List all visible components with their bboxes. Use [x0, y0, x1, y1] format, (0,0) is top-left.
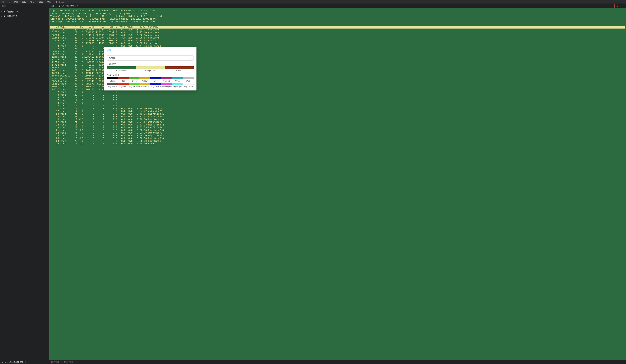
terminal-process-row: 19 root 20 0 0 0 0 S 0.0 0.0 2:32.03 kso… [50, 126, 625, 129]
terminal-process-row: 21 root 0 -20 0 0 0 S 0.0 0.0 0:00.00 kw… [50, 129, 625, 132]
color-swatch[interactable] [129, 83, 139, 85]
swatch-label: Yellow [139, 80, 150, 82]
tab-title: f2c-linux-ipv4... [62, 4, 76, 7]
ansi-normal-row [107, 77, 194, 79]
swatch-label: Foreground [136, 70, 165, 72]
color-swatch[interactable] [107, 83, 118, 85]
terminal-process-row: 26 root 0 -20 0 0 0 S 0.0 0.0 0:00.00 kw… [50, 137, 625, 140]
ansi-normal-labels: BlackRedGreenYellowBlueMagentaCyanWhite [107, 80, 194, 82]
theme-select-value: Grass [109, 57, 115, 59]
color-swatch[interactable] [172, 83, 183, 85]
swatch-label: Green [129, 80, 139, 82]
swatch-label: BrightYellow [139, 85, 150, 87]
swatch-label: Red [118, 80, 129, 82]
menu-item[interactable]: 帮助 [45, 0, 54, 3]
swatch-label: BrightGreen [128, 85, 139, 87]
chevron-right-icon: › [1, 10, 3, 13]
terminal-process-row: 22 root rt 0 0 0 0 S 0.0 0.0 0:03.98 wat… [50, 132, 625, 134]
search-box [0, 3, 49, 9]
ansi-colors-label: ANSI Colors [107, 74, 194, 76]
terminal-process-row: 14 root 20 0 0 0 0 S 0.0 0.0 2:17.42 kso… [50, 115, 625, 118]
terminal-process-row: 28017 root 20 0 1064544 232124 17040 S 5… [50, 29, 625, 31]
refresh-icon[interactable]: ⟳ [16, 15, 18, 17]
terminal-process-row: 5 root 0 -20 0 0 0 S [50, 96, 625, 99]
color-swatch[interactable] [172, 77, 183, 79]
color-swatch[interactable] [118, 83, 129, 85]
color-swatch[interactable] [161, 77, 172, 79]
menubar: 文件管理视图语言设置帮助窗口列表 [0, 0, 626, 3]
folder-icon: 🖿 [3, 15, 6, 17]
terminal-process-row: 12 root rt 0 0 0 0 S 0.0 0.0 0:04.42 wat… [50, 110, 625, 113]
theme-swatch-row [107, 66, 194, 69]
terminal-process-row: 7 root rt 0 0 0 0 S [50, 99, 625, 102]
terminal-line: %Cpu(s): 4.7 us, 3.7 sy, 0.0 ni, 91.6 id… [50, 15, 625, 18]
chevron-down-icon: ⌄ [190, 57, 192, 59]
terminal-process-row: 11 root rt 0 0 0 0 S 0.0 0.0 0:04.60 wat… [50, 107, 625, 110]
terminal-process-row: 13 root rt 0 0 0 0 S 0.0 0.0 0:43.86 mig… [50, 113, 625, 116]
terminal-process-row: 8 root 20 0 0 0 0 S [50, 102, 625, 105]
color-swatch[interactable] [107, 66, 136, 69]
color-swatch[interactable] [118, 77, 129, 79]
terminal-process-row: 3 root 20 0 0 0 0 S [50, 94, 625, 96]
menu-item[interactable]: 视图 [20, 0, 28, 3]
terminal-line: top - 20:15:45 up 8 days, 1:35, 2 users,… [50, 9, 625, 12]
tab-close-icon[interactable]: × [77, 4, 78, 7]
theme-popup: 主题 Grass ⌄ 主题颜色 BackgroundForegroundCurs… [104, 47, 196, 90]
swatch-label: Black [107, 80, 118, 82]
swatch-label: Cyan [172, 80, 183, 82]
color-swatch[interactable] [150, 77, 161, 79]
menu-item[interactable]: 设置 [37, 0, 45, 3]
theme-swatch-labels: BackgroundForegroundCursor [107, 70, 194, 72]
menu-item[interactable]: 窗口列表 [54, 0, 66, 3]
folder-icon: 🖿 [3, 10, 6, 13]
tree-item[interactable]: ›🖿我的应用⟳ [0, 14, 49, 18]
color-swatch[interactable] [136, 66, 165, 69]
svg-point-3 [617, 6, 617, 6]
menu-item[interactable]: 语言 [28, 0, 37, 3]
terminal-line: KiB Swap: 2097148 total, 1533656 free, 5… [50, 20, 625, 23]
color-swatch[interactable] [139, 83, 150, 85]
swatch-label: Magenta [161, 80, 172, 82]
tab-prev-icon[interactable]: ◀ [50, 4, 53, 7]
gear-icon [616, 5, 618, 7]
swatch-label: White [183, 80, 194, 82]
terminal-process-row: 7725 root 20 0 1482548 69780 12804 S 2.0… [50, 39, 625, 42]
search-input[interactable] [1, 4, 48, 8]
color-swatch[interactable] [183, 83, 194, 85]
tree-item-label: 我的资产 [7, 10, 15, 13]
swatch-label: BrightBlue [150, 85, 160, 87]
terminal-header-row: PID USER PR NI VIRT RES SHR S %CPU %MEM … [50, 26, 625, 29]
terminal-settings-button[interactable] [615, 4, 619, 8]
color-swatch[interactable] [139, 77, 150, 79]
version-label: Version v2.14.0-101 GPLv2. [0, 361, 49, 363]
color-swatch[interactable] [183, 77, 194, 79]
sidebar-tree: ›🖿我的资产⟳›🖿我的应用⟳ [0, 9, 49, 360]
app-logo [1, 0, 4, 3]
menu-item[interactable]: 文件管理 [7, 0, 20, 3]
popup-tab-theme[interactable]: 主题 [107, 49, 112, 53]
swatch-label: Cursor [165, 70, 194, 72]
tab-nav: ◀ ▶ [49, 4, 56, 7]
color-swatch[interactable] [129, 77, 139, 79]
color-swatch[interactable] [165, 66, 194, 69]
terminal-line: KiB Mem : 7990352 total, 309052 free, 51… [50, 18, 625, 20]
tree-item[interactable]: ›🖿我的资产⟳ [0, 9, 49, 14]
terminal-process-row: 10 root 0 -20 0 0 0 S [50, 104, 625, 107]
refresh-icon[interactable]: ⟳ [16, 10, 18, 13]
theme-colors-label: 主题颜色 [107, 63, 194, 65]
color-swatch[interactable] [150, 83, 161, 85]
theme-select[interactable]: Grass ⌄ [107, 55, 194, 61]
broadcast-input[interactable] [51, 361, 624, 363]
tab-next-icon[interactable]: ▶ [53, 4, 55, 7]
terminal[interactable]: top - 20:15:45 up 8 days, 1:35, 2 users,… [49, 8, 626, 360]
linux-icon: 🐧 [58, 4, 61, 7]
color-swatch[interactable] [107, 77, 118, 79]
terminal-process-row: 17 root rt 0 0 0 0 S 0.0 0.0 0:04.17 wat… [50, 121, 625, 123]
terminal-process-row: 90689 root 20 0 914812 229196 15604 S 4.… [50, 34, 625, 37]
tree-item-label: 我的应用 [7, 14, 15, 17]
terminal-process-row: 28 root 20 0 0 0 0 S 0.0 0.0 0:00.00 kde… [50, 140, 625, 143]
tab-active[interactable]: 🐧 f2c-linux-ipv4... × [56, 3, 80, 8]
app-body: ›🖿我的资产⟳›🖿我的应用⟳ ◀ ▶ 🐧 f2c-linux-ipv4... × [0, 3, 626, 360]
color-swatch[interactable] [161, 83, 172, 85]
swatch-label: BrightRed [117, 85, 128, 87]
